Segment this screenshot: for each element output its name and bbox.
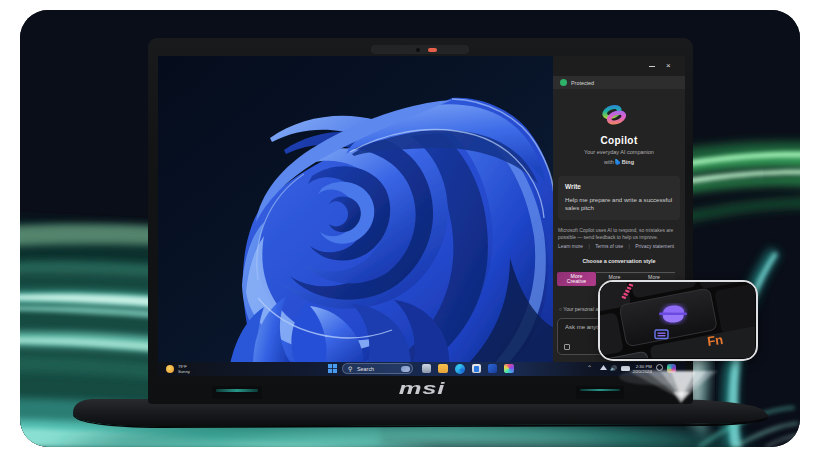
svg-text:Fn: Fn — [706, 332, 724, 349]
